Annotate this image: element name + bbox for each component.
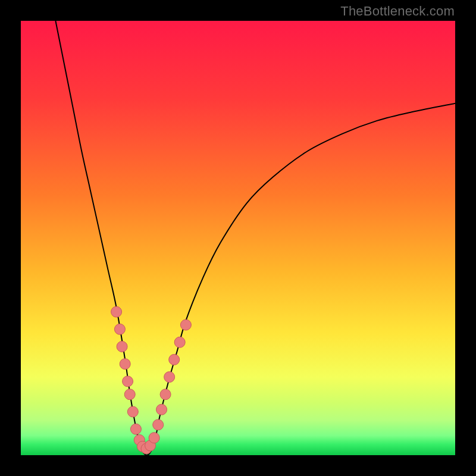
data-marker — [169, 354, 180, 365]
data-marker — [127, 406, 138, 417]
data-marker — [117, 342, 127, 352]
data-marker — [120, 359, 130, 369]
data-marker — [153, 419, 164, 430]
bottleneck-chart — [0, 0, 476, 476]
data-marker — [180, 320, 191, 330]
data-marker — [124, 389, 135, 400]
data-marker — [160, 389, 171, 400]
data-marker — [149, 433, 159, 443]
data-marker — [174, 337, 185, 347]
data-marker — [130, 424, 141, 434]
data-marker — [123, 376, 133, 387]
watermark-text: TheBottleneck.com — [340, 4, 455, 19]
data-marker — [164, 372, 175, 383]
data-marker — [156, 404, 167, 415]
data-marker — [111, 306, 122, 317]
chart-frame: TheBottleneck.com — [0, 0, 476, 476]
gradient-background — [21, 21, 455, 455]
data-marker — [114, 324, 125, 334]
